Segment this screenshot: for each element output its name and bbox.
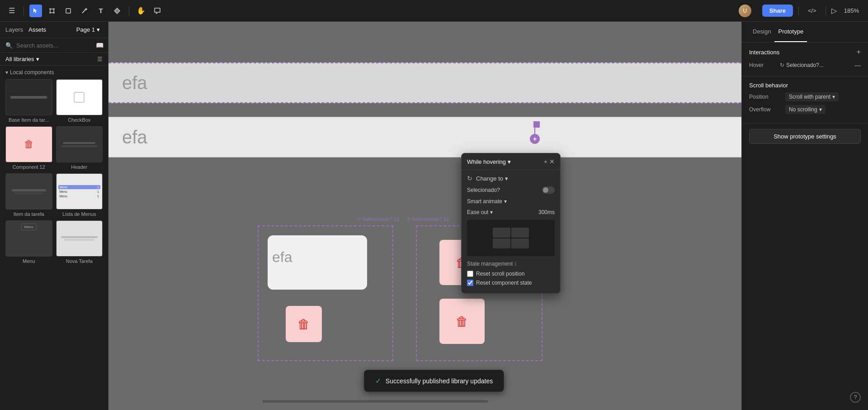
canvas-stripe-1: efa (108, 62, 741, 103)
cursor-tool[interactable] (29, 5, 42, 17)
position-row: Position Scroll with parent ▾ (749, 92, 861, 101)
component-label-menu: Menu (5, 258, 52, 264)
zoom-control[interactable]: 185% (840, 5, 863, 16)
frame-tool[interactable] (46, 5, 58, 17)
trash-icon-left: 🗑 (297, 317, 310, 332)
chevron-down-icon: ▾ (505, 175, 508, 182)
interactions-label: Interactions (749, 49, 779, 56)
toast-message: Successfully published library updates (386, 377, 493, 385)
component-checkbox[interactable]: CheckBox (56, 79, 103, 123)
position-value[interactable]: Scroll with parent ▾ (785, 92, 839, 101)
component-label-base-item: Base Item da tar... (5, 117, 52, 123)
toggle-switch[interactable] (542, 186, 555, 194)
info-icon: ℹ (514, 261, 517, 267)
search-bar: 🔍 📖 (0, 38, 108, 53)
share-button[interactable]: Share (762, 5, 793, 17)
remove-interaction-button[interactable]: — (854, 62, 861, 69)
scrollbar-horizontal[interactable] (262, 400, 488, 403)
search-icon: 🔍 (5, 42, 13, 49)
help-section: ? (742, 385, 868, 410)
overflow-value[interactable]: No scrolling ▾ (785, 105, 826, 114)
toolbar-separator-2 (129, 6, 129, 15)
toggle-row: Selecionado? (467, 186, 555, 194)
component-header[interactable]: Header (56, 126, 103, 170)
pen-tool[interactable] (78, 5, 91, 17)
red-component-left[interactable]: 🗑 (286, 306, 322, 342)
chevron-down-icon: ▾ (819, 106, 822, 113)
ease-time[interactable]: 300ms (538, 209, 555, 215)
component-menu[interactable]: Menu Menu (5, 220, 52, 264)
reset-component-checkbox[interactable] (467, 280, 473, 286)
chevron-down-icon: ▾ (36, 56, 39, 62)
panel-tabs: Layers Assets Page 1 ▾ (0, 22, 108, 38)
tab-assets[interactable]: Assets (28, 25, 46, 34)
tab-layers[interactable]: Layers (5, 25, 23, 34)
local-components-title[interactable]: ▾ Local components (5, 69, 103, 76)
change-to-row: ↻ Change to ▾ (467, 175, 555, 182)
left-panel: Layers Assets Page 1 ▾ 🔍 📖 All libraries… (0, 22, 108, 410)
libraries-menu-button[interactable]: ☰ (97, 56, 103, 62)
overflow-row: Overflow No scrolling ▾ (749, 105, 861, 114)
component-lista-menus[interactable]: Menu 1 Menu 1 Menu 1 Lista de Menus (56, 173, 103, 217)
tab-design[interactable]: Design (749, 22, 774, 42)
interactions-header: Interactions + (749, 48, 861, 56)
reset-scroll-checkbox[interactable] (467, 271, 473, 277)
interaction-action[interactable]: ↻ Selecionado?... (780, 62, 851, 68)
frame-dashed-left[interactable]: efa 🗑 (258, 225, 393, 361)
red-component-right-bottom[interactable]: 🗑 (439, 299, 485, 344)
ease-label[interactable]: Ease out ▾ (467, 209, 493, 215)
interaction-icon: ↻ (780, 62, 784, 68)
toolbar: ☰ T ✋ U Share </> ▷ 185% (0, 0, 868, 22)
canvas-stripe-2: efa (108, 117, 741, 157)
interaction-trigger: Hover (749, 62, 776, 68)
component-label-12: Component 12 (5, 164, 52, 170)
popup-close-button[interactable]: ✕ (549, 158, 555, 165)
component-12[interactable]: 🗑 Component 12 (5, 126, 52, 170)
text-tool[interactable]: T (94, 5, 107, 17)
page-selector[interactable]: Page 1 ▾ (74, 25, 103, 34)
smart-animate-label[interactable]: Smart animate ▾ (467, 198, 507, 205)
code-view-button[interactable]: </> (804, 5, 820, 16)
toolbar-separator-3 (798, 6, 799, 15)
menu-icon[interactable]: ☰ (5, 5, 18, 17)
canvas-text-3: efa (272, 249, 292, 266)
help-icon[interactable]: ? (850, 392, 861, 403)
scroll-behavior-section: Scroll behavior Position Scroll with par… (742, 76, 868, 124)
component-nova-tarefa[interactable]: Nova Tarefa (56, 220, 103, 264)
toggle-knob (543, 187, 548, 193)
comment-tool[interactable] (151, 5, 164, 17)
avatar[interactable]: U (739, 5, 751, 17)
hover-popup: While hovering ▾ + ✕ ↻ Change to ▾ (461, 153, 561, 294)
canvas[interactable]: efa efa + © Selecionado? 12 efa 🗑 © Sele… (108, 22, 741, 410)
popup-header: While hovering ▾ + ✕ (462, 153, 560, 170)
component-item-tarefa[interactable]: Item da tarefa (5, 173, 52, 217)
search-input[interactable] (16, 42, 92, 49)
popup-actions: + ✕ (544, 158, 555, 165)
prototype-settings-button[interactable]: Show prototype settings (749, 129, 861, 144)
shape-tool[interactable] (62, 5, 75, 17)
reset-component-row: Reset component state (467, 280, 555, 286)
tab-prototype[interactable]: Prototype (774, 22, 807, 42)
chevron-down-icon: ▾ (97, 26, 100, 33)
components-grid: Base Item da tar... CheckBox 🗑 Component… (5, 79, 103, 264)
libraries-label[interactable]: All libraries ▾ (5, 56, 39, 62)
reset-scroll-row: Reset scroll position (467, 271, 555, 277)
interaction-row: Hover ↻ Selecionado?... — (749, 60, 861, 71)
popup-body: ↻ Change to ▾ Selecionado? Smart (462, 170, 560, 293)
chevron-down-icon-ease: ▾ (490, 209, 493, 215)
component-base-item[interactable]: Base Item da tar... (5, 79, 52, 123)
add-interaction-button[interactable]: + (857, 48, 861, 56)
component-tool[interactable] (111, 5, 123, 17)
chevron-down-icon: ▾ (5, 69, 8, 76)
book-icon: 📖 (96, 42, 104, 49)
component-label-header: Header (56, 164, 103, 170)
hand-tool[interactable]: ✋ (135, 5, 147, 17)
scroll-behavior-header: Scroll behavior (749, 82, 861, 89)
preview-grid (493, 228, 529, 248)
change-to-label[interactable]: Change to ▾ (476, 175, 508, 182)
popup-add-button[interactable]: + (544, 158, 547, 165)
play-button[interactable]: ▷ (831, 6, 837, 15)
component-label-checkbox: CheckBox (56, 117, 103, 123)
component-label-item-tarefa: Item da tarefa (5, 211, 52, 217)
animation-preview (467, 220, 555, 256)
